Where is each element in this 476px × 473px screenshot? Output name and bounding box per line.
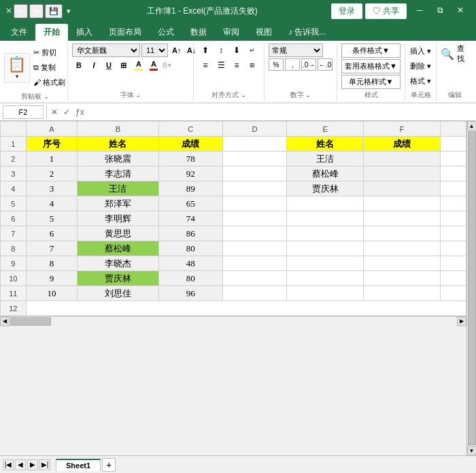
cell-a10[interactable]: 9 bbox=[26, 271, 77, 286]
cell-a11[interactable]: 10 bbox=[26, 286, 77, 301]
cell-c4[interactable]: 89 bbox=[158, 181, 222, 196]
cell-reference-input[interactable] bbox=[3, 105, 44, 119]
comma-button[interactable]: , bbox=[285, 58, 300, 71]
cell-e9[interactable] bbox=[287, 256, 364, 271]
cell-f6[interactable] bbox=[364, 211, 441, 226]
cell-f3[interactable] bbox=[364, 167, 441, 181]
cell-f7[interactable] bbox=[364, 226, 441, 241]
tab-pagelayout[interactable]: 页面布局 bbox=[101, 24, 150, 41]
cell-f1[interactable]: 成绩 bbox=[364, 137, 441, 152]
col-header-b[interactable]: B bbox=[78, 122, 158, 137]
undo-button[interactable]: ↩ bbox=[14, 4, 28, 18]
cell-f4[interactable] bbox=[364, 181, 441, 196]
insert-cell-button[interactable]: 插入 ▾ bbox=[409, 43, 432, 58]
cell-a7[interactable]: 6 bbox=[26, 226, 77, 241]
cell-a1[interactable]: 序号 bbox=[26, 137, 77, 152]
cell-f5[interactable] bbox=[364, 196, 441, 211]
cell-d8[interactable] bbox=[222, 241, 286, 256]
col-header-f[interactable]: F bbox=[364, 122, 441, 137]
save-button[interactable]: 💾 bbox=[45, 4, 63, 18]
font-size-select[interactable]: 11 bbox=[141, 43, 168, 57]
cell-e5[interactable] bbox=[287, 196, 364, 211]
underline-button[interactable]: U bbox=[102, 58, 116, 72]
font-name-select[interactable]: 华文新魏 bbox=[72, 43, 140, 57]
cell-e6[interactable] bbox=[287, 211, 364, 226]
cell-b7[interactable]: 黄思思 bbox=[78, 226, 158, 241]
tab-help[interactable]: ♪ 告诉我... bbox=[280, 24, 334, 41]
cancel-formula-icon[interactable]: ✕ bbox=[50, 107, 59, 117]
increase-font-button[interactable]: A↑ bbox=[169, 43, 183, 57]
cell-d5[interactable] bbox=[222, 196, 286, 211]
cell-d7[interactable] bbox=[222, 226, 286, 241]
tab-insert[interactable]: 插入 bbox=[68, 24, 101, 41]
italic-button[interactable]: I bbox=[87, 58, 101, 72]
col-header-a[interactable]: A bbox=[26, 122, 77, 137]
paste-button[interactable]: 📋 ▾ bbox=[4, 53, 30, 83]
close-button[interactable]: ✕ bbox=[450, 3, 471, 17]
new-sheet-button[interactable]: + bbox=[102, 458, 116, 472]
tab-review[interactable]: 审阅 bbox=[215, 24, 248, 41]
sheet-prev-button[interactable]: ◀ bbox=[15, 459, 26, 470]
cell-b4[interactable]: 王洁 bbox=[78, 181, 158, 196]
align-top-button[interactable]: ⬆ bbox=[198, 43, 213, 57]
cell-b3[interactable]: 李志清 bbox=[78, 167, 158, 181]
fill-color-button[interactable]: A bbox=[132, 58, 146, 72]
share-button[interactable]: ♡ 共享 bbox=[365, 3, 407, 19]
cell-f11[interactable] bbox=[364, 286, 441, 301]
cell-a8[interactable]: 7 bbox=[26, 241, 77, 256]
restore-button[interactable]: ⧉ bbox=[430, 3, 450, 17]
insert-function-icon[interactable]: ƒx bbox=[74, 107, 86, 117]
empty-row-12[interactable] bbox=[26, 301, 466, 316]
scroll-right-button[interactable]: ▶ bbox=[457, 317, 466, 326]
cell-d1[interactable] bbox=[222, 137, 286, 152]
align-center-button[interactable]: ☰ bbox=[214, 58, 228, 72]
cell-b2[interactable]: 张晓震 bbox=[78, 152, 158, 167]
cell-c8[interactable]: 80 bbox=[158, 241, 222, 256]
sheet-first-button[interactable]: |◀ bbox=[3, 459, 14, 470]
cell-c3[interactable]: 92 bbox=[158, 167, 222, 181]
table-format-button[interactable]: 套用表格格式▼ bbox=[341, 59, 401, 73]
cell-e2[interactable]: 王洁 bbox=[287, 152, 364, 167]
font-color-button[interactable]: A bbox=[147, 58, 160, 72]
cell-a6[interactable]: 5 bbox=[26, 211, 77, 226]
cell-style-button[interactable]: 单元格样式▼ bbox=[341, 75, 401, 89]
cell-c5[interactable]: 65 bbox=[158, 196, 222, 211]
tab-view[interactable]: 视图 bbox=[248, 24, 280, 41]
format-painter-button[interactable]: 🖌 格式刷 bbox=[33, 76, 66, 90]
cell-a5[interactable]: 4 bbox=[26, 196, 77, 211]
cell-c9[interactable]: 48 bbox=[158, 256, 222, 271]
cell-b10[interactable]: 贾庆林 bbox=[78, 271, 158, 286]
cell-c2[interactable]: 78 bbox=[158, 152, 222, 167]
cell-e10[interactable] bbox=[287, 271, 364, 286]
cell-c11[interactable]: 96 bbox=[158, 286, 222, 301]
copy-button[interactable]: ⧉ 复制 bbox=[33, 61, 66, 75]
cell-d9[interactable] bbox=[222, 256, 286, 271]
decrease-decimal-button[interactable]: ←.0 bbox=[318, 58, 333, 71]
cell-b6[interactable]: 李明辉 bbox=[78, 211, 158, 226]
cell-b5[interactable]: 郑泽军 bbox=[78, 196, 158, 211]
cell-e11[interactable] bbox=[287, 286, 364, 301]
cell-d10[interactable] bbox=[222, 271, 286, 286]
cell-b1[interactable]: 姓名 bbox=[78, 137, 158, 152]
cell-c7[interactable]: 86 bbox=[158, 226, 222, 241]
cell-d11[interactable] bbox=[222, 286, 286, 301]
cell-d4[interactable] bbox=[222, 181, 286, 196]
bold-button[interactable]: B bbox=[72, 58, 86, 72]
tab-file[interactable]: 文件 bbox=[3, 24, 35, 41]
increase-decimal-button[interactable]: .0→ bbox=[301, 58, 316, 71]
percent-button[interactable]: % bbox=[269, 58, 284, 71]
cell-e7[interactable] bbox=[287, 226, 364, 241]
redo-button[interactable]: ↪ bbox=[29, 4, 44, 18]
confirm-formula-icon[interactable]: ✓ bbox=[62, 107, 71, 117]
scroll-left-button[interactable]: ◀ bbox=[0, 317, 10, 326]
cell-e1[interactable]: 姓名 bbox=[287, 137, 364, 152]
wrap-text-button[interactable]: ↵ bbox=[245, 43, 260, 57]
col-header-c[interactable]: C bbox=[158, 122, 222, 137]
cell-e3[interactable]: 蔡松峰 bbox=[287, 167, 364, 181]
cell-c1[interactable]: 成绩 bbox=[158, 137, 222, 152]
cut-button[interactable]: ✂ 剪切 bbox=[33, 46, 66, 60]
cell-f10[interactable] bbox=[364, 271, 441, 286]
formula-input[interactable] bbox=[88, 105, 473, 119]
scroll-up-button[interactable]: ▲ bbox=[467, 121, 477, 130]
cell-b8[interactable]: 蔡松峰 bbox=[78, 241, 158, 256]
